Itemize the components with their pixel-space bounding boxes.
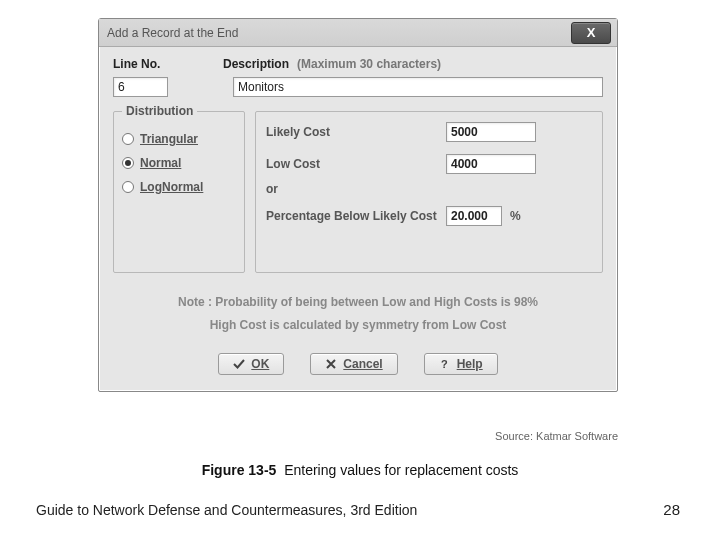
label-description: Description: [223, 57, 289, 71]
line-no-input[interactable]: 6: [113, 77, 168, 97]
distribution-legend: Distribution: [122, 104, 197, 118]
radio-dot-selected-icon: [122, 157, 134, 169]
note-line-2: High Cost is calculated by symmetry from…: [113, 314, 603, 337]
help-button[interactable]: ? Help: [424, 353, 498, 375]
figure-caption: Figure 13-5 Entering values for replacem…: [0, 462, 720, 478]
label-or: or: [266, 182, 592, 196]
radio-dot-icon: [122, 181, 134, 193]
figure-text: Entering values for replacement costs: [284, 462, 518, 478]
cancel-button[interactable]: Cancel: [310, 353, 397, 375]
label-pct-below: Percentage Below Likely Cost: [266, 209, 446, 223]
label-likely-cost: Likely Cost: [266, 125, 446, 139]
label-line-no: Line No.: [113, 57, 223, 71]
figure-number: Figure 13-5: [202, 462, 277, 478]
radio-triangular-label: Triangular: [140, 132, 198, 146]
dialog-body: Line No. Description (Maximum 30 charact…: [99, 47, 617, 391]
question-icon: ?: [439, 358, 451, 370]
low-cost-input[interactable]: 4000: [446, 154, 536, 174]
cost-group: Likely Cost 5000 Low Cost 4000 or Percen…: [255, 111, 603, 273]
close-icon: X: [587, 25, 596, 40]
titlebar: Add a Record at the End X: [99, 19, 617, 47]
radio-lognormal[interactable]: LogNormal: [122, 180, 236, 194]
window-title: Add a Record at the End: [107, 26, 571, 40]
radio-dot-icon: [122, 133, 134, 145]
radio-normal-label: Normal: [140, 156, 181, 170]
pct-below-input[interactable]: 20.000: [446, 206, 502, 226]
label-low-cost: Low Cost: [266, 157, 446, 171]
footer-page-number: 28: [663, 501, 680, 518]
ok-label: OK: [251, 357, 269, 371]
help-label: Help: [457, 357, 483, 371]
notes: Note : Probability of being between Low …: [113, 291, 603, 337]
ok-button[interactable]: OK: [218, 353, 284, 375]
label-max-chars: (Maximum 30 characters): [297, 57, 441, 71]
button-row: OK Cancel ? Help: [113, 353, 603, 375]
distribution-group: Distribution Triangular Normal LogNormal: [113, 111, 245, 273]
svg-text:?: ?: [441, 358, 448, 370]
note-line-1: Note : Probability of being between Low …: [113, 291, 603, 314]
dialog-window: Add a Record at the End X Line No. Descr…: [98, 18, 618, 392]
x-icon: [325, 358, 337, 370]
label-pct-sign: %: [510, 209, 521, 223]
cancel-label: Cancel: [343, 357, 382, 371]
close-button[interactable]: X: [571, 22, 611, 44]
radio-normal[interactable]: Normal: [122, 156, 236, 170]
check-icon: [233, 358, 245, 370]
source-credit: Source: Katmar Software: [98, 430, 618, 442]
radio-lognormal-label: LogNormal: [140, 180, 203, 194]
likely-cost-input[interactable]: 5000: [446, 122, 536, 142]
radio-triangular[interactable]: Triangular: [122, 132, 236, 146]
footer-book-title: Guide to Network Defense and Countermeas…: [36, 502, 417, 518]
description-input[interactable]: Monitors: [233, 77, 603, 97]
